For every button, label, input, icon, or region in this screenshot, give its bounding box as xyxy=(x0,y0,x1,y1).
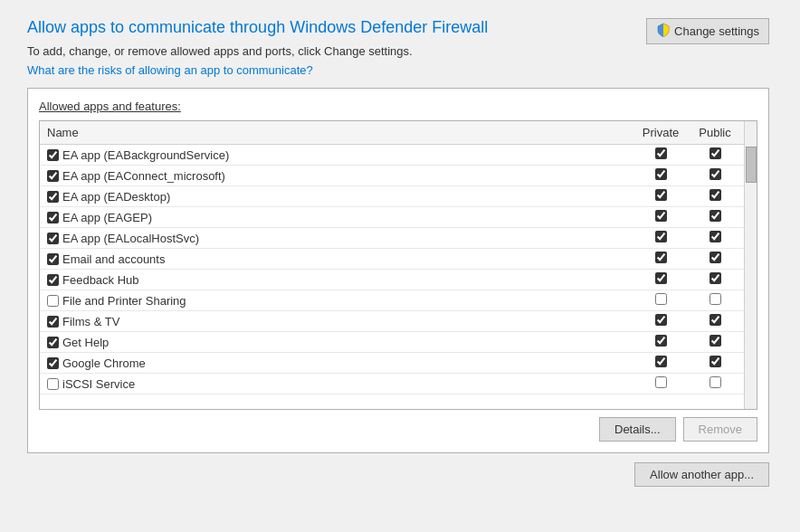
col-public-header: Public xyxy=(688,121,742,145)
app-name-label: EA app (EALocalHostSvc) xyxy=(62,232,199,245)
public-cell xyxy=(688,207,742,228)
private-checkbox[interactable] xyxy=(655,272,667,284)
private-cell xyxy=(633,207,688,228)
public-checkbox[interactable] xyxy=(710,376,721,388)
private-checkbox[interactable] xyxy=(655,231,667,242)
change-settings-button[interactable]: Change settings xyxy=(646,18,769,44)
public-checkbox[interactable] xyxy=(710,231,721,242)
table-row: iSCSI Service xyxy=(40,374,757,394)
table-row: EA app (EALocalHostSvc) xyxy=(40,228,757,249)
public-cell xyxy=(688,353,742,374)
bottom-row: Allow another app... xyxy=(27,462,769,487)
public-checkbox[interactable] xyxy=(710,252,721,263)
private-cell xyxy=(633,166,688,186)
private-checkbox[interactable] xyxy=(655,335,667,347)
app-name-cell: EA app (EABackgroundService) xyxy=(40,145,633,166)
app-name-label: Google Chrome xyxy=(62,356,146,370)
public-cell xyxy=(688,249,742,270)
public-cell xyxy=(688,270,742,290)
public-cell xyxy=(688,374,742,394)
panel-label: Allowed apps and features: xyxy=(39,100,757,113)
subtitle: To add, change, or remove allowed apps a… xyxy=(27,44,488,58)
private-checkbox[interactable] xyxy=(655,356,667,367)
public-checkbox[interactable] xyxy=(710,314,721,326)
public-cell xyxy=(688,166,742,186)
app-name-cell: EA app (EADesktop) xyxy=(40,186,633,207)
private-cell xyxy=(633,145,688,166)
private-checkbox[interactable] xyxy=(655,376,667,388)
app-name-cell: Get Help xyxy=(40,332,633,353)
table-row: EA app (EABackgroundService) xyxy=(40,145,757,166)
app-name-label: EA app (EADesktop) xyxy=(62,190,170,204)
public-checkbox[interactable] xyxy=(710,272,721,284)
private-cell xyxy=(633,186,688,207)
scrollbar[interactable] xyxy=(744,121,757,409)
details-button[interactable]: Details... xyxy=(599,417,676,442)
private-checkbox[interactable] xyxy=(655,314,667,326)
app-checkbox[interactable] xyxy=(47,212,59,223)
app-name-cell: EA app (EALocalHostSvc) xyxy=(40,228,633,249)
private-checkbox[interactable] xyxy=(655,168,667,180)
private-checkbox[interactable] xyxy=(655,189,667,201)
app-name-cell: Email and accounts xyxy=(40,249,633,270)
private-checkbox[interactable] xyxy=(655,252,667,263)
public-checkbox[interactable] xyxy=(710,189,721,201)
public-checkbox[interactable] xyxy=(710,356,721,367)
allowed-apps-panel: Allowed apps and features: Name Private … xyxy=(27,88,769,453)
table-row: Films & TV xyxy=(40,311,757,332)
private-checkbox[interactable] xyxy=(655,147,667,159)
app-checkbox[interactable] xyxy=(47,295,59,307)
private-cell xyxy=(633,290,688,311)
shield-icon xyxy=(656,23,671,40)
risks-link[interactable]: What are the risks of allowing an app to… xyxy=(27,63,313,77)
allow-another-button[interactable]: Allow another app... xyxy=(634,462,769,487)
app-name-label: iSCSI Service xyxy=(62,377,135,391)
public-cell xyxy=(688,290,742,311)
app-name-label: Films & TV xyxy=(62,315,119,328)
private-cell xyxy=(633,353,688,374)
app-checkbox[interactable] xyxy=(47,233,59,244)
app-checkbox[interactable] xyxy=(47,357,59,369)
app-checkbox[interactable] xyxy=(47,149,59,161)
app-checkbox[interactable] xyxy=(47,170,59,182)
app-checkbox[interactable] xyxy=(47,274,59,286)
app-checkbox[interactable] xyxy=(47,316,59,328)
private-checkbox[interactable] xyxy=(655,210,667,222)
public-checkbox[interactable] xyxy=(710,168,721,180)
col-private-header: Private xyxy=(633,121,688,145)
app-checkbox[interactable] xyxy=(47,378,59,390)
app-name-cell: iSCSI Service xyxy=(40,374,633,394)
table-button-row: Details... Remove xyxy=(39,417,757,442)
public-checkbox[interactable] xyxy=(710,147,721,159)
public-cell xyxy=(688,228,742,249)
private-checkbox[interactable] xyxy=(655,293,667,305)
table-row: EA app (EAGEP) xyxy=(40,207,757,228)
app-name-label: Feedback Hub xyxy=(62,273,139,287)
page-title: Allow apps to communicate through Window… xyxy=(27,18,488,37)
app-name-cell: EA app (EAConnect_microsoft) xyxy=(40,166,633,186)
public-cell xyxy=(688,186,742,207)
table-row: Google Chrome xyxy=(40,353,757,374)
app-checkbox[interactable] xyxy=(47,253,59,265)
private-cell xyxy=(633,249,688,270)
change-settings-label: Change settings xyxy=(674,24,759,38)
remove-button[interactable]: Remove xyxy=(683,417,757,442)
apps-table-wrapper: Name Private Public EA app (EABackground… xyxy=(39,120,757,410)
private-cell xyxy=(633,270,688,290)
public-checkbox[interactable] xyxy=(710,335,721,347)
private-cell xyxy=(633,311,688,332)
table-row: Feedback Hub xyxy=(40,270,757,290)
top-left: Allow apps to communicate through Window… xyxy=(27,18,488,77)
public-checkbox[interactable] xyxy=(710,210,721,222)
col-name-header: Name xyxy=(40,121,633,145)
app-name-label: EA app (EABackgroundService) xyxy=(62,148,229,162)
table-row: EA app (EAConnect_microsoft) xyxy=(40,166,757,186)
app-name-label: Get Help xyxy=(62,336,109,349)
public-checkbox[interactable] xyxy=(710,293,721,305)
app-name-cell: Google Chrome xyxy=(40,353,633,374)
private-cell xyxy=(633,332,688,353)
app-checkbox[interactable] xyxy=(47,191,59,203)
app-checkbox[interactable] xyxy=(47,337,59,348)
table-row: File and Printer Sharing xyxy=(40,290,757,311)
private-cell xyxy=(633,374,688,394)
